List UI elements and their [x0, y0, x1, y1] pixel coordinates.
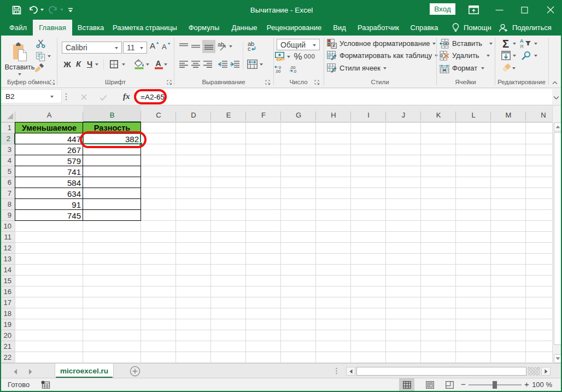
- conditional-formatting-button[interactable]: Условное форматирование: [327, 38, 436, 49]
- scroll-up-button[interactable]: [554, 122, 561, 131]
- insert-cells-button[interactable]: Вставить: [440, 38, 493, 49]
- column-header-J[interactable]: J: [386, 106, 421, 122]
- alignment-dialog-launcher[interactable]: [265, 80, 271, 85]
- spreadsheet-grid[interactable]: ABCDEFGHIJKLMN12345678910111213141516171…: [0, 106, 552, 363]
- column-header-L[interactable]: L: [456, 106, 491, 122]
- expand-formula-bar-button[interactable]: [553, 92, 559, 102]
- merge-center-button[interactable]: [246, 59, 258, 69]
- tab-page-layout[interactable]: Разметка страницы: [113, 20, 177, 36]
- column-header-D[interactable]: D: [176, 106, 211, 122]
- customize-qat-button[interactable]: [68, 0, 73, 20]
- ribbon-display-options-button[interactable]: [461, 0, 486, 20]
- column-header-F[interactable]: F: [246, 106, 281, 122]
- tab-developer[interactable]: Разработчик: [358, 20, 399, 36]
- tabbar-resize-dots[interactable]: [335, 367, 338, 375]
- zoom-in-button[interactable]: +: [524, 379, 529, 389]
- find-select-dropdown-arrow[interactable]: [534, 55, 537, 57]
- scroll-down-button[interactable]: [554, 354, 561, 363]
- accounting-dropdown-arrow[interactable]: [287, 56, 290, 58]
- sign-in-button[interactable]: Вход: [430, 3, 455, 15]
- clear-dropdown-arrow[interactable]: [512, 67, 516, 69]
- row-header-18[interactable]: 18: [0, 308, 15, 319]
- insert-function-button[interactable]: fx: [123, 92, 130, 101]
- save-button[interactable]: [12, 0, 21, 20]
- font-size-combo[interactable]: 11: [123, 42, 147, 54]
- row-header-10[interactable]: 10: [0, 221, 15, 232]
- zoom-level-button[interactable]: 100 %: [532, 381, 552, 389]
- merge-center-dropdown-arrow[interactable]: [260, 63, 263, 66]
- redo-button[interactable]: [48, 0, 63, 20]
- number-format-combo[interactable]: Общий: [277, 39, 320, 50]
- accounting-format-button[interactable]: [275, 52, 285, 61]
- view-page-layout-button[interactable]: [422, 378, 437, 391]
- orientation-button[interactable]: ab: [218, 41, 228, 51]
- wrap-text-button[interactable]: abc: [246, 40, 258, 51]
- bold-button[interactable]: Ж: [62, 58, 72, 69]
- row-header-1[interactable]: 1: [0, 122, 15, 133]
- find-select-button[interactable]: [520, 50, 532, 61]
- sort-filter-button[interactable]: А Я: [519, 38, 532, 49]
- view-normal-button[interactable]: [399, 378, 414, 391]
- fill-dropdown-arrow[interactable]: [513, 55, 516, 57]
- decrease-font-button[interactable]: A: [161, 41, 171, 51]
- formula-bar-resize-dots[interactable]: [65, 93, 67, 101]
- column-header-H[interactable]: H: [316, 106, 351, 122]
- fill-color-button[interactable]: [133, 58, 147, 69]
- row-header-4[interactable]: 4: [0, 155, 15, 166]
- decrease-indent-button[interactable]: [217, 60, 228, 69]
- align-bottom-button[interactable]: [202, 40, 215, 53]
- formula-input[interactable]: =A2-65: [135, 89, 552, 104]
- font-color-dropdown-arrow[interactable]: [164, 63, 167, 66]
- select-all-corner[interactable]: [0, 106, 15, 122]
- cell-styles-button[interactable]: Стили ячеек: [327, 63, 387, 73]
- underline-dropdown-arrow[interactable]: [95, 63, 98, 66]
- clipboard-dialog-launcher[interactable]: [50, 80, 55, 85]
- cut-button[interactable]: [35, 39, 46, 49]
- row-header-12[interactable]: 12: [0, 243, 15, 254]
- align-top-button[interactable]: [178, 42, 189, 51]
- paste-button[interactable]: Вставить: [4, 38, 35, 79]
- font-color-button[interactable]: А: [153, 58, 164, 69]
- format-as-table-button[interactable]: Форматировать как таблицу: [327, 50, 438, 61]
- sheet-tab-active[interactable]: microexcel.ru: [55, 364, 114, 378]
- number-dialog-launcher[interactable]: [314, 80, 320, 85]
- new-sheet-button[interactable]: [130, 366, 140, 379]
- borders-dropdown-arrow[interactable]: [122, 63, 125, 66]
- row-header-16[interactable]: 16: [0, 286, 15, 297]
- tab-view[interactable]: Вид: [333, 20, 346, 36]
- column-header-N[interactable]: N: [526, 106, 552, 122]
- tab-help[interactable]: Справка: [411, 20, 438, 36]
- percent-style-button[interactable]: %: [293, 52, 303, 61]
- scroll-left-button[interactable]: [346, 367, 355, 376]
- borders-button[interactable]: [109, 60, 119, 69]
- vertical-scroll-thumb[interactable]: [554, 132, 561, 345]
- row-header-14[interactable]: 14: [0, 265, 15, 276]
- row-header-21[interactable]: 21: [0, 341, 15, 352]
- sheet-nav-prev-button[interactable]: [13, 367, 17, 377]
- zoom-out-button[interactable]: −: [461, 379, 466, 389]
- row-header-5[interactable]: 5: [0, 166, 15, 177]
- increase-indent-button[interactable]: [229, 60, 240, 69]
- row-header-6[interactable]: 6: [0, 177, 15, 188]
- row-header-17[interactable]: 17: [0, 297, 15, 308]
- row-header-9[interactable]: 9: [0, 210, 15, 221]
- sort-filter-dropdown-arrow[interactable]: [534, 43, 537, 45]
- row-header-13[interactable]: 13: [0, 254, 15, 265]
- delete-cells-button[interactable]: Удалить: [440, 50, 490, 61]
- view-page-break-button[interactable]: [442, 378, 457, 391]
- format-cells-button[interactable]: Формат: [440, 63, 484, 73]
- sheet-nav-next-button[interactable]: [28, 367, 33, 377]
- cancel-button[interactable]: [80, 93, 87, 103]
- column-header-C[interactable]: C: [141, 106, 176, 122]
- column-header-A[interactable]: A: [15, 106, 83, 122]
- align-left-button[interactable]: [178, 60, 189, 69]
- row-header-8[interactable]: 8: [0, 199, 15, 210]
- fill-button[interactable]: [500, 50, 511, 61]
- comma-style-button[interactable]: 000: [304, 53, 315, 61]
- clear-button[interactable]: [500, 63, 511, 73]
- column-header-K[interactable]: K: [421, 106, 456, 122]
- column-header-B[interactable]: B: [83, 106, 141, 122]
- column-header-E[interactable]: E: [211, 106, 246, 122]
- autosum-button[interactable]: Σ: [500, 38, 512, 49]
- row-header-11[interactable]: 11: [0, 232, 15, 243]
